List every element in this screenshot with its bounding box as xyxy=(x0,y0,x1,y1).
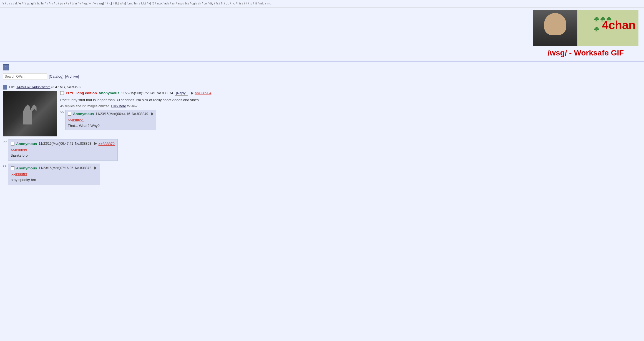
op-name: Anonymous xyxy=(99,91,119,95)
op-file-info: File: 1435037814085.webm (3.47 MB, 640x3… xyxy=(3,85,641,90)
inline-reply-time: 11/23/15(Mon)06:44:16 xyxy=(95,112,130,116)
catalog-link[interactable]: [Catalog] xyxy=(49,74,63,78)
reply2-name: Anonymous xyxy=(16,166,37,170)
reply2-play-button[interactable] xyxy=(94,166,97,170)
reply1-quote-link[interactable]: >>838872 xyxy=(99,142,115,146)
op-thumbnail[interactable] xyxy=(3,91,57,136)
inline-reply-header: Anonymous 11/23/15(Mon)06:44:16 No.83884… xyxy=(68,112,154,116)
reply1-arrows-icon: >> xyxy=(3,139,7,144)
thread-container: File: 1435037814085.webm (3.47 MB, 640x3… xyxy=(0,84,644,189)
op-time: 11/22/15(Sun)17:20:45 xyxy=(121,91,155,95)
op-post-body: Post funny stuff that is longer than 30 … xyxy=(60,97,641,103)
op-post-number: No.838074 xyxy=(157,91,173,95)
inline-reply-post-number: No.838849 xyxy=(132,112,148,116)
reply2-arrows-icon: >> xyxy=(3,164,7,168)
site-logo-image: ♣ ♣ ♣ ♣ 4chan xyxy=(533,10,638,46)
nav-boards-1: [a / b / c / d / e / f / g / gif / h / h… xyxy=(2,2,104,5)
board-title: /wsg/ - Worksafe GIF xyxy=(533,49,638,57)
op-subject: YLYL, long edition xyxy=(66,91,97,95)
click-here-link[interactable]: Click here xyxy=(111,104,126,108)
inline-reply-text: That... What? Why? xyxy=(68,124,100,128)
site-header: ♣ ♣ ♣ ♣ 4chan /wsg/ - Worksafe GIF xyxy=(0,7,644,60)
archive-link[interactable]: [Archive] xyxy=(65,74,79,78)
reply2-wrapper: >> Anonymous 11/23/15(Mon)07:16:06 No.83… xyxy=(3,164,641,185)
search-row: [Catalog] [Archive] xyxy=(0,72,644,82)
clover-icon-1: ♣ xyxy=(594,14,599,23)
op-post-content: YLYL, long edition Anonymous 11/22/15(Su… xyxy=(60,91,641,136)
file-meta: (3.47 MB, 640x360) xyxy=(51,85,80,89)
file-icon xyxy=(3,85,7,90)
reply2-checkbox[interactable] xyxy=(11,166,14,170)
inline-reply-play-button[interactable] xyxy=(151,112,154,116)
reply2-time: 11/23/15(Mon)07:16:06 xyxy=(39,166,73,170)
inline-reply-wrapper: >> Anonymous 11/23/15(Mon)06:44:16 No.83… xyxy=(60,110,641,130)
op-post-header: YLYL, long edition Anonymous 11/22/15(Su… xyxy=(60,91,641,96)
reply1-post-number: No.838853 xyxy=(75,142,91,146)
top-navigation: [a / b / c / d / e / f / g / gif / h / h… xyxy=(0,0,644,7)
reply1-wrapper: >> Anonymous 11/23/15(Mon)06:47:41 No.83… xyxy=(3,139,641,161)
reply1-name: Anonymous xyxy=(16,142,37,146)
reply2-body: >>838853 stay spooky bro xyxy=(11,172,97,183)
inline-reply-name: Anonymous xyxy=(73,112,94,116)
inline-reply-body: >>838651 That... What? Why? xyxy=(68,118,154,128)
reply2-text: stay spooky bro xyxy=(11,178,36,182)
file-link[interactable]: 1435037814085.webm xyxy=(16,85,50,89)
reply1-checkbox[interactable] xyxy=(11,142,14,146)
search-input[interactable] xyxy=(3,73,47,80)
reply2-post-number: No.838872 xyxy=(75,166,91,170)
to-view-text: to view. xyxy=(127,104,138,108)
hand-icon xyxy=(19,102,41,124)
file-label: File: xyxy=(9,85,16,89)
controls-bar: ≡ xyxy=(0,63,644,72)
nav-boards-2: [i / ic] [r9k] [s4s] [cm / hm / lgbt / y… xyxy=(105,2,271,5)
reply1-body: >>838839 thanks bro xyxy=(11,147,115,158)
reply1-play-button[interactable] xyxy=(94,142,97,145)
op-play-button[interactable] xyxy=(191,91,193,95)
thumbnail-image xyxy=(3,91,57,136)
reply1-time: 11/23/15(Mon)06:47:41 xyxy=(39,142,73,146)
reply1-header: Anonymous 11/23/15(Mon)06:47:41 No.83885… xyxy=(11,142,115,146)
reply-arrows-icon: >> xyxy=(60,110,64,114)
op-checkbox[interactable] xyxy=(60,91,64,95)
op-post: YLYL, long edition Anonymous 11/22/15(Su… xyxy=(3,91,641,136)
op-reply-link[interactable]: [Reply] xyxy=(175,91,188,96)
omitted-text: 45 replies and 22 images omitted. Click … xyxy=(60,104,641,108)
reply1-text: thanks bro xyxy=(11,153,28,157)
logo-area: ♣ ♣ ♣ ♣ 4chan /wsg/ - Worksafe GIF xyxy=(533,10,638,57)
reply2-quote[interactable]: >>838853 xyxy=(11,172,27,177)
inline-reply-checkbox[interactable] xyxy=(68,112,71,116)
chan-logo-text: 4chan xyxy=(602,19,636,32)
reply1-post: Anonymous 11/23/15(Mon)06:47:41 No.83885… xyxy=(8,139,118,161)
header-divider xyxy=(0,61,644,62)
clover-icon-4: ♣ xyxy=(594,24,599,33)
reply2-post: Anonymous 11/23/15(Mon)07:16:06 No.83887… xyxy=(8,164,100,185)
settings-button[interactable]: ≡ xyxy=(3,64,9,70)
logo-face-head xyxy=(544,13,566,35)
inline-reply-post: Anonymous 11/23/15(Mon)06:44:16 No.83884… xyxy=(65,110,156,130)
reply1-quote[interactable]: >>838839 xyxy=(11,148,27,152)
omitted-count: 45 replies and 22 images omitted. xyxy=(60,104,110,108)
op-quote-link[interactable]: >>838904 xyxy=(195,91,212,95)
reply2-header: Anonymous 11/23/15(Mon)07:16:06 No.83887… xyxy=(11,166,97,170)
inline-reply-quote[interactable]: >>838651 xyxy=(68,118,84,122)
content-divider xyxy=(0,82,644,82)
